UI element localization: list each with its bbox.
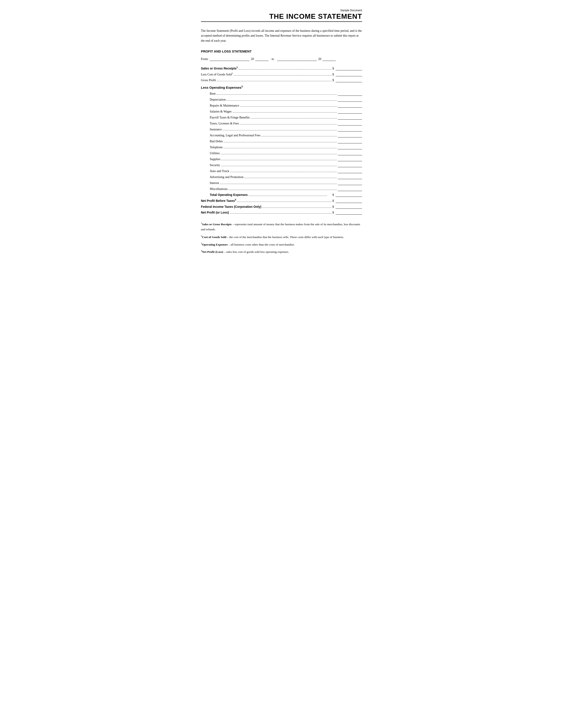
gross-profit-row: Gross Profit $: [201, 78, 362, 82]
expense-dots: [221, 163, 337, 166]
section-title: PROFIT AND LOSS STATEMENT: [201, 49, 362, 53]
expense-row: Miscellaneous: [201, 187, 362, 191]
expense-dots: [228, 187, 337, 190]
expense-amount[interactable]: [338, 122, 362, 126]
expense-amount[interactable]: [338, 116, 362, 120]
expense-dots: [223, 145, 337, 148]
federal-taxes-row: Federal Income Taxes (Corporation Only) …: [201, 205, 362, 209]
expense-label: Auto and Truck: [210, 169, 229, 173]
gross-profit-amount[interactable]: [336, 79, 362, 82]
gross-profit-label: Gross Profit: [201, 79, 216, 82]
federal-taxes-amount[interactable]: [336, 205, 362, 209]
intro-text: The Income Statement (Profit and Loss) r…: [201, 28, 362, 43]
net-profit-loss-dollar: $: [333, 211, 362, 215]
net-profit-loss-dots: [230, 210, 332, 214]
expense-label: Advertising and Promotion: [210, 175, 243, 179]
expense-amount[interactable]: [338, 163, 362, 167]
federal-taxes-dollar: $: [333, 205, 362, 209]
expense-row: Salaries & Wages: [201, 109, 362, 114]
year1-field[interactable]: [255, 57, 268, 61]
main-title: THE INCOME STATEMENT: [269, 12, 362, 21]
cogs-amount[interactable]: [336, 73, 362, 76]
from-line: From: 20 to 20: [201, 57, 362, 61]
expense-label: Telephone: [210, 146, 222, 149]
expense-row: Supplies: [201, 157, 362, 161]
expense-amount[interactable]: [338, 146, 362, 149]
expense-amount[interactable]: [338, 175, 362, 179]
total-op-exp-dollar: $: [333, 193, 362, 197]
expense-row: Bad Debts: [201, 139, 362, 143]
expense-label: Utilities: [210, 152, 220, 155]
year2-label: 20: [318, 57, 321, 61]
expense-dots: [222, 127, 337, 130]
expense-amount[interactable]: [338, 152, 362, 155]
expense-label: Accounting, Legal and Professional Fees: [210, 134, 260, 137]
expense-row: Rent: [201, 92, 362, 96]
expense-rows: Rent Depreciation Repairs & Maintenance …: [201, 92, 362, 191]
expense-dots: [230, 169, 337, 172]
footnote-line: 3Operating Expenses – all business costs…: [201, 242, 362, 247]
expense-amount[interactable]: [338, 181, 362, 185]
expense-dots: [261, 133, 337, 136]
year2-field[interactable]: [323, 57, 336, 61]
from-date-field[interactable]: [210, 57, 249, 61]
expense-amount[interactable]: [338, 158, 362, 161]
expense-amount[interactable]: [338, 98, 362, 102]
expense-label: Security: [210, 163, 220, 167]
expense-dots: [240, 121, 337, 124]
expense-label: Bad Debts: [210, 140, 223, 143]
expense-dots: [220, 181, 337, 184]
cogs-label: Less Cost of Goods Sold2: [201, 72, 233, 76]
expense-amount[interactable]: [338, 128, 362, 131]
gross-profit-dollar: $: [333, 79, 362, 82]
expense-dots: [221, 157, 337, 160]
expense-label: Salaries & Wages: [210, 110, 231, 113]
sales-amount[interactable]: [336, 67, 362, 70]
expense-dots: [224, 139, 337, 142]
expense-dots: [226, 98, 337, 101]
expense-row: Insurance: [201, 127, 362, 131]
expense-row: Repairs & Maintenance: [201, 103, 362, 108]
expense-amount[interactable]: [338, 104, 362, 108]
footnote-line: 2Cost of Goods Sold – the cost of the me…: [201, 234, 362, 240]
expense-amount[interactable]: [338, 110, 362, 114]
expense-row: Auto and Truck: [201, 169, 362, 173]
expense-amount[interactable]: [338, 140, 362, 143]
expense-amount[interactable]: [338, 134, 362, 137]
total-op-exp-row: Total Operating Expenses $: [201, 193, 362, 197]
net-profit-loss-row: Net Profit (or Loss) $: [201, 210, 362, 215]
sales-row: Sales or Gross Receipts1 $: [201, 66, 362, 70]
expense-label: Repairs & Maintenance: [210, 104, 239, 107]
footnote-line: 4Net Profit (Loss) – sales less cost of …: [201, 249, 362, 255]
expense-row: Security: [201, 163, 362, 167]
expense-amount[interactable]: [338, 187, 362, 191]
expense-amount[interactable]: [338, 92, 362, 96]
net-profit-before-taxes-amount[interactable]: [336, 199, 362, 203]
to-date-field[interactable]: [277, 57, 317, 61]
net-profit-before-taxes-row: Net Profit Before Taxes4 $: [201, 199, 362, 203]
expense-label: Miscellaneous: [210, 187, 227, 191]
expense-amount[interactable]: [338, 169, 362, 173]
from-label: From:: [201, 57, 208, 61]
net-profit-before-taxes-dollar: $: [333, 199, 362, 203]
expense-dots: [216, 92, 337, 95]
expense-label: Depreciation: [210, 98, 226, 101]
expense-dots: [232, 109, 337, 113]
sample-doc-label: Sample Document: [340, 9, 362, 12]
expense-label: Interest: [210, 181, 219, 185]
net-profit-before-taxes-dots: [237, 199, 332, 202]
expense-dots: [250, 115, 337, 118]
gross-profit-dots: [217, 78, 332, 81]
expense-row: Accounting, Legal and Professional Fees: [201, 133, 362, 137]
expense-label: Supplies: [210, 158, 220, 161]
footnotes-section: 1Sales or Gross Receipts – represents to…: [201, 221, 362, 255]
sales-dots: [239, 66, 332, 69]
cogs-row: Less Cost of Goods Sold2 $: [201, 72, 362, 76]
net-profit-before-taxes-label: Net Profit Before Taxes4: [201, 199, 236, 203]
expense-row: Taxes, Licenses & Fees: [201, 121, 362, 126]
expense-row: Advertising and Promotion: [201, 175, 362, 179]
sales-label: Sales or Gross Receipts1: [201, 66, 238, 70]
year1-label: 20: [251, 57, 254, 61]
total-op-exp-amount[interactable]: [336, 193, 362, 197]
net-profit-loss-amount[interactable]: [336, 211, 362, 215]
